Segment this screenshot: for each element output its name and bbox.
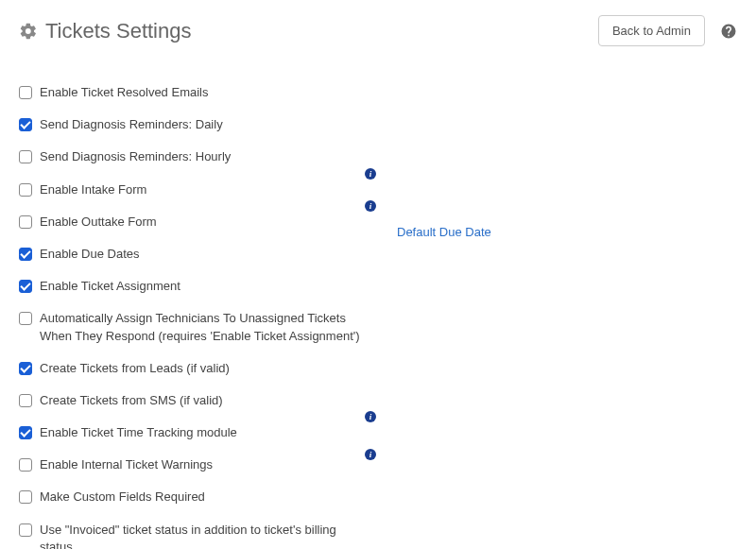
enable-time-tracking-checkbox[interactable] bbox=[19, 426, 32, 439]
setting-row-enable-resolved-emails: Enable Ticket Resolved Emails bbox=[19, 77, 369, 109]
enable-time-tracking-info-icon[interactable]: i bbox=[365, 411, 376, 422]
use-invoiced-status-checkbox[interactable] bbox=[19, 523, 32, 537]
header-right: Back to Admin bbox=[598, 15, 737, 46]
help-icon[interactable] bbox=[720, 23, 737, 40]
enable-ticket-assignment-label: Enable Ticket Assignment bbox=[40, 278, 180, 295]
setting-row-enable-time-tracking: Enable Ticket Time Tracking modulei bbox=[19, 417, 369, 449]
setting-row-send-diag-hourly: Send Diagnosis Reminders: Hourly bbox=[19, 141, 369, 173]
enable-outtake-form-label: Enable Outtake Form bbox=[40, 214, 157, 231]
create-tickets-sms-label: Create Tickets from SMS (if valid) bbox=[40, 392, 223, 409]
settings-column: Enable Ticket Resolved EmailsSend Diagno… bbox=[19, 77, 369, 549]
enable-due-dates-checkbox[interactable] bbox=[19, 248, 32, 261]
setting-row-enable-outtake-form: Enable Outtake Formi bbox=[19, 206, 369, 238]
content: Enable Ticket Resolved EmailsSend Diagno… bbox=[0, 58, 756, 549]
page-title: Tickets Settings bbox=[45, 19, 191, 43]
send-diag-hourly-label: Send Diagnosis Reminders: Hourly bbox=[40, 148, 231, 165]
title-wrap: Tickets Settings bbox=[19, 19, 191, 43]
enable-intake-form-label: Enable Intake Form bbox=[40, 181, 146, 198]
create-tickets-leads-label: Create Tickets from Leads (if valid) bbox=[40, 360, 230, 377]
setting-row-enable-intake-form: Enable Intake Formi bbox=[19, 174, 369, 206]
setting-row-auto-assign-techs: Automatically Assign Technicians To Unas… bbox=[19, 302, 369, 352]
enable-internal-warnings-checkbox[interactable] bbox=[19, 458, 32, 472]
custom-fields-required-checkbox[interactable] bbox=[19, 490, 32, 504]
enable-resolved-emails-label: Enable Ticket Resolved Emails bbox=[40, 84, 208, 101]
enable-internal-warnings-label: Enable Internal Ticket Warnings bbox=[40, 456, 213, 473]
enable-internal-warnings-info-icon[interactable]: i bbox=[365, 449, 376, 460]
enable-due-dates-label: Enable Due Dates bbox=[40, 246, 140, 263]
enable-outtake-form-info-icon[interactable]: i bbox=[365, 200, 376, 212]
custom-fields-required-label: Make Custom Fields Required bbox=[40, 489, 205, 506]
setting-row-create-tickets-sms: Create Tickets from SMS (if valid) bbox=[19, 385, 369, 417]
back-to-admin-button[interactable]: Back to Admin bbox=[598, 15, 705, 46]
send-diag-hourly-checkbox[interactable] bbox=[19, 150, 32, 163]
setting-row-enable-due-dates: Enable Due Dates bbox=[19, 238, 369, 270]
default-due-date-link[interactable]: Default Due Date bbox=[397, 225, 491, 239]
auto-assign-techs-label: Automatically Assign Technicians To Unas… bbox=[40, 310, 369, 344]
enable-time-tracking-label: Enable Ticket Time Tracking module bbox=[40, 424, 237, 441]
create-tickets-sms-checkbox[interactable] bbox=[19, 394, 32, 407]
setting-row-send-diag-daily: Send Diagnosis Reminders: Daily bbox=[19, 109, 369, 141]
create-tickets-leads-checkbox[interactable] bbox=[19, 362, 32, 375]
auto-assign-techs-checkbox[interactable] bbox=[19, 312, 32, 325]
send-diag-daily-label: Send Diagnosis Reminders: Daily bbox=[40, 116, 223, 133]
enable-intake-form-checkbox[interactable] bbox=[19, 183, 32, 197]
side-column: Default Due Date bbox=[397, 77, 737, 549]
use-invoiced-status-label: Use "Invoiced" ticket status in addition… bbox=[40, 522, 369, 549]
setting-row-enable-internal-warnings: Enable Internal Ticket Warningsi bbox=[19, 449, 369, 481]
gear-icon bbox=[19, 22, 38, 41]
setting-row-create-tickets-leads: Create Tickets from Leads (if valid) bbox=[19, 352, 369, 385]
setting-row-custom-fields-required: Make Custom Fields Required bbox=[19, 481, 369, 513]
enable-resolved-emails-checkbox[interactable] bbox=[19, 86, 32, 99]
enable-outtake-form-checkbox[interactable] bbox=[19, 215, 32, 229]
enable-intake-form-info-icon[interactable]: i bbox=[365, 168, 376, 180]
page-header: Tickets Settings Back to Admin bbox=[0, 0, 756, 58]
send-diag-daily-checkbox[interactable] bbox=[19, 118, 32, 131]
enable-ticket-assignment-checkbox[interactable] bbox=[19, 280, 32, 293]
setting-row-use-invoiced-status: Use "Invoiced" ticket status in addition… bbox=[19, 514, 369, 549]
setting-row-enable-ticket-assignment: Enable Ticket Assignment bbox=[19, 270, 369, 302]
